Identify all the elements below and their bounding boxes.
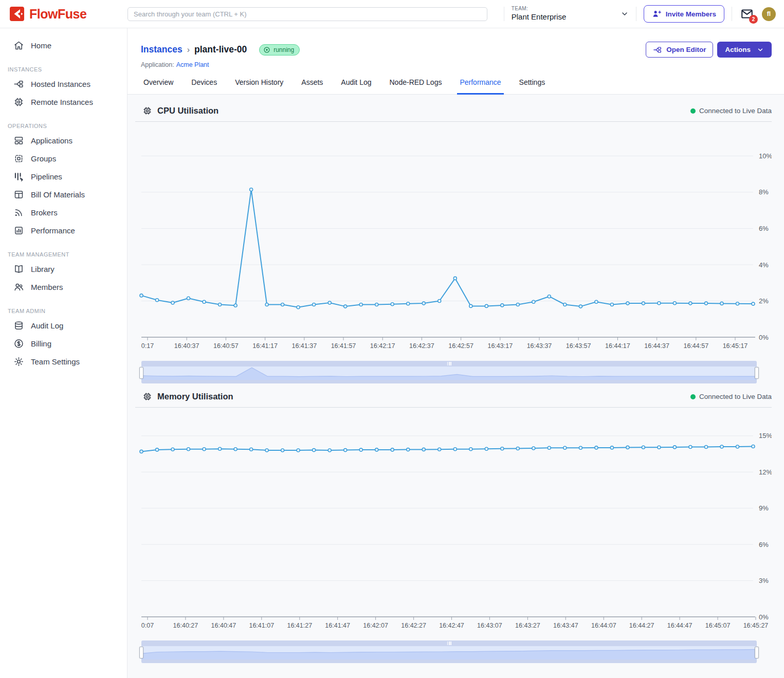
open-editor-button[interactable]: Open Editor bbox=[646, 42, 713, 58]
sidebar-item-label: Hosted Instances bbox=[31, 80, 90, 88]
actions-button[interactable]: Actions bbox=[717, 42, 772, 58]
top-bar: FlowFuse TEAM: Plant Enterprise Invite M… bbox=[0, 0, 784, 28]
cpu-brush-handle-right[interactable] bbox=[755, 367, 759, 379]
svg-text:16:42:27: 16:42:27 bbox=[401, 622, 426, 629]
tab-version-history[interactable]: Version History bbox=[232, 78, 286, 95]
svg-text:16:41:47: 16:41:47 bbox=[325, 622, 350, 629]
cpu-brush-track[interactable] bbox=[141, 367, 757, 380]
svg-text:16:43:17: 16:43:17 bbox=[487, 342, 513, 350]
tab-performance[interactable]: Performance bbox=[457, 78, 503, 95]
svg-text:16:42:47: 16:42:47 bbox=[439, 622, 464, 629]
sidebar-item-hosted-instances[interactable]: Hosted Instances bbox=[0, 75, 127, 93]
svg-text:16:41:57: 16:41:57 bbox=[331, 342, 356, 350]
sidebar-item-audit-log[interactable]: Audit Log bbox=[0, 317, 127, 335]
sidebar-item-members[interactable]: Members bbox=[0, 278, 127, 296]
brand-name: FlowFuse bbox=[29, 7, 86, 22]
groups-icon bbox=[13, 153, 24, 164]
svg-text:16:45:07: 16:45:07 bbox=[705, 622, 731, 629]
breadcrumb-separator: › bbox=[187, 45, 190, 54]
tab-settings[interactable]: Settings bbox=[517, 78, 548, 95]
search-input[interactable] bbox=[127, 7, 487, 21]
memory-brush-bottom-bar bbox=[141, 659, 757, 663]
team-selector[interactable]: TEAM: Plant Enterprise bbox=[512, 6, 629, 22]
tab-overview[interactable]: Overview bbox=[141, 78, 176, 95]
memory-brush-track[interactable] bbox=[141, 646, 757, 659]
memory-chart-header: Memory Utilisation Connected to Live Dat… bbox=[135, 389, 772, 408]
invite-members-button[interactable]: Invite Members bbox=[644, 5, 724, 23]
svg-text:16:43:37: 16:43:37 bbox=[527, 342, 552, 350]
svg-text:16:44:37: 16:44:37 bbox=[644, 342, 669, 350]
status-badge-label: running bbox=[274, 46, 294, 53]
charts-area: CPU Utilisation Connected to Live Data 1… bbox=[127, 95, 784, 678]
memory-brush-drag-bar[interactable] bbox=[141, 640, 757, 646]
brokers-icon bbox=[13, 207, 24, 218]
sidebar-item-team-settings[interactable]: Team Settings bbox=[0, 353, 127, 371]
svg-text:16:41:17: 16:41:17 bbox=[252, 342, 278, 350]
memory-chart: 15%12%9%6%3%0%0:0716:40:2716:40:4716:41:… bbox=[135, 409, 772, 634]
svg-text:16:44:47: 16:44:47 bbox=[667, 622, 692, 629]
instance-name: plant-live-00 bbox=[194, 44, 247, 55]
svg-text:16:43:27: 16:43:27 bbox=[515, 622, 540, 629]
tab-assets[interactable]: Assets bbox=[299, 78, 325, 95]
memory-section: Memory Utilisation Connected to Live Dat… bbox=[135, 389, 772, 663]
svg-text:16:44:17: 16:44:17 bbox=[605, 342, 630, 350]
sidebar-item-applications[interactable]: Applications bbox=[0, 132, 127, 150]
user-avatar[interactable]: fl bbox=[762, 7, 776, 21]
tab-node-red-logs[interactable]: Node-RED Logs bbox=[387, 78, 445, 95]
sidebar-item-brokers[interactable]: Brokers bbox=[0, 204, 127, 222]
sidebar-section-instances: INSTANCES bbox=[8, 66, 127, 72]
svg-text:0%: 0% bbox=[759, 334, 769, 341]
sidebar-item-billing[interactable]: Billing bbox=[0, 335, 127, 353]
page-header: Instances › plant-live-00 running bbox=[127, 28, 784, 95]
sidebar-item-home[interactable]: Home bbox=[0, 36, 127, 54]
svg-text:16:42:37: 16:42:37 bbox=[409, 342, 434, 350]
sidebar-item-performance[interactable]: Performance bbox=[0, 222, 127, 240]
editor-icon bbox=[653, 45, 662, 54]
breadcrumb-instances-link[interactable]: Instances bbox=[141, 44, 183, 55]
cpu-chart: 10%8%6%4%2%0%0:1716:40:3716:40:5716:41:1… bbox=[135, 123, 772, 354]
svg-text:6%: 6% bbox=[759, 541, 769, 548]
sidebar-item-bill-of-materials[interactable]: Bill Of Materials bbox=[0, 186, 127, 204]
notifications-button[interactable]: 2 bbox=[739, 6, 755, 22]
sidebar-section-operations: OPERATIONS bbox=[8, 123, 127, 129]
sidebar-item-pipelines[interactable]: Pipelines bbox=[0, 168, 127, 186]
memory-brush-preview bbox=[141, 646, 757, 659]
chip-icon bbox=[142, 106, 152, 116]
chip-icon bbox=[142, 392, 152, 401]
cpu-brush-drag-bar[interactable] bbox=[141, 361, 757, 367]
live-dot-icon bbox=[690, 108, 696, 114]
sidebar-item-label: Team Settings bbox=[31, 357, 80, 366]
memory-live-status: Connected to Live Data bbox=[690, 393, 772, 400]
sidebar: HomeINSTANCESHosted InstancesRemote Inst… bbox=[0, 28, 127, 678]
sidebar-item-label: Library bbox=[31, 265, 54, 273]
cpu-live-status: Connected to Live Data bbox=[690, 107, 772, 115]
sidebar-item-groups[interactable]: Groups bbox=[0, 150, 127, 168]
brand-logo[interactable]: FlowFuse bbox=[9, 6, 127, 22]
application-link[interactable]: Acme Plant bbox=[176, 61, 209, 68]
memory-brush-handle-left[interactable] bbox=[139, 647, 143, 658]
sidebar-item-label: Members bbox=[31, 283, 63, 291]
live-status-label: Connected to Live Data bbox=[699, 107, 772, 115]
svg-text:16:44:57: 16:44:57 bbox=[683, 342, 708, 350]
team-name: Plant Enterprise bbox=[512, 12, 567, 22]
svg-text:15%: 15% bbox=[759, 432, 772, 439]
memory-brush-handle-right[interactable] bbox=[755, 647, 759, 658]
svg-text:2%: 2% bbox=[759, 297, 769, 305]
cpu-chip-icon bbox=[142, 106, 152, 116]
breadcrumb: Instances › plant-live-00 bbox=[141, 44, 247, 55]
billing-icon bbox=[13, 338, 24, 349]
tab-devices[interactable]: Devices bbox=[189, 78, 220, 95]
cpu-brush-handle-left[interactable] bbox=[139, 367, 143, 379]
cpu-brush[interactable] bbox=[141, 361, 757, 383]
tab-audit-log[interactable]: Audit Log bbox=[338, 78, 374, 95]
svg-text:0:07: 0:07 bbox=[141, 622, 154, 629]
running-icon bbox=[263, 46, 270, 53]
sidebar-item-remote-instances[interactable]: Remote Instances bbox=[0, 93, 127, 111]
svg-text:16:42:57: 16:42:57 bbox=[448, 342, 473, 350]
sidebar-item-label: Billing bbox=[31, 339, 51, 348]
sidebar-item-library[interactable]: Library bbox=[0, 260, 127, 278]
performance-icon bbox=[13, 225, 24, 236]
memory-brush[interactable] bbox=[141, 640, 757, 663]
svg-text:16:44:27: 16:44:27 bbox=[629, 622, 654, 629]
sidebar-item-label: Applications bbox=[31, 136, 72, 145]
